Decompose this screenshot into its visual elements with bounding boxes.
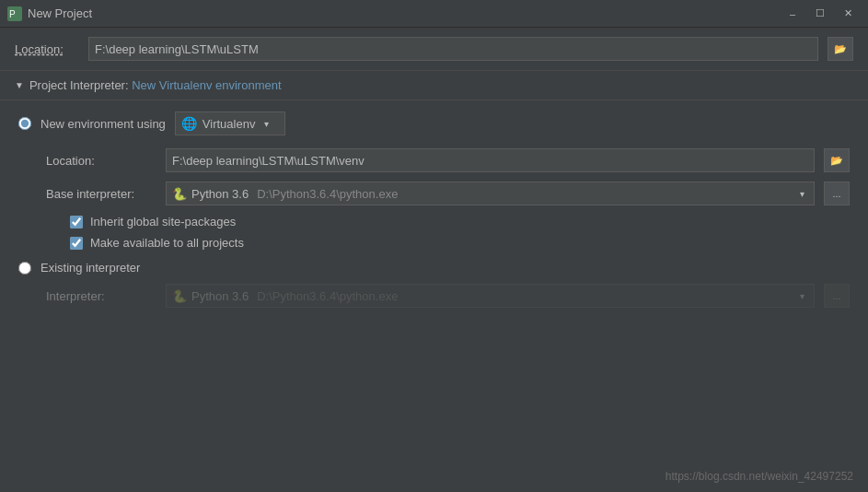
new-env-label: New environment using <box>41 117 166 131</box>
dropdown-arrow: ▾ <box>264 119 269 129</box>
interpreter-python-icon: 🐍 <box>172 289 187 303</box>
section-header[interactable]: ▼ Project Interpreter: New Virtualenv en… <box>0 71 868 100</box>
inherit-packages-checkbox[interactable] <box>70 216 83 228</box>
env-location-label: Location: <box>46 154 156 168</box>
location-row: Location: 📂 <box>0 28 868 71</box>
footer: https://blog.csdn.net/weixin_42497252 <box>665 470 853 483</box>
existing-env-row: Existing interpreter <box>18 261 850 275</box>
section-arrow: ▼ <box>15 80 24 90</box>
interpreter-arrow: ▾ <box>795 289 808 302</box>
env-location-input[interactable] <box>166 148 815 172</box>
new-env-row: New environment using 🌐 Virtualenv ▾ <box>18 111 850 135</box>
section-title: Project Interpreter: New Virtualenv envi… <box>29 78 282 92</box>
new-env-radio[interactable] <box>18 117 31 130</box>
app-icon: P <box>7 6 22 21</box>
make-available-label: Make available to all projects <box>90 236 244 250</box>
env-location-row: Location: 📂 <box>18 148 850 172</box>
base-interpreter-browse-button[interactable]: ... <box>824 182 850 205</box>
location-input[interactable] <box>88 37 818 61</box>
maximize-button[interactable]: ☐ <box>807 5 833 23</box>
location-browse-button[interactable]: 📂 <box>827 37 853 61</box>
folder-icon: 📂 <box>834 43 847 55</box>
base-interpreter-label: Base interpreter: <box>46 187 156 201</box>
close-button[interactable]: ✕ <box>835 5 861 23</box>
make-available-row: Make available to all projects <box>18 236 850 250</box>
virtualenv-dropdown[interactable]: 🌐 Virtualenv ▾ <box>175 111 285 135</box>
content-area: New environment using 🌐 Virtualenv ▾ Loc… <box>0 100 868 328</box>
ellipsis-icon: ... <box>832 188 840 199</box>
titlebar: P New Project – ☐ ✕ <box>0 0 868 28</box>
interpreter-select[interactable]: 🐍 Python 3.6 D:\Python3.6.4\python.exe ▾ <box>166 284 815 308</box>
virtualenv-dropdown-text: Virtualenv <box>203 117 256 131</box>
footer-text: https://blog.csdn.net/weixin_42497252 <box>665 470 853 483</box>
inherit-packages-label: Inherit global site-packages <box>90 215 236 228</box>
existing-env-radio[interactable] <box>18 262 31 275</box>
interpreter-label: Interpreter: <box>46 289 156 303</box>
folder-icon-2: 📂 <box>830 155 843 167</box>
dialog: Location: 📂 ▼ Project Interpreter: New V… <box>0 28 868 328</box>
make-available-checkbox[interactable] <box>70 237 83 250</box>
interpreter-row: Interpreter: 🐍 Python 3.6 D:\Python3.6.4… <box>18 284 850 308</box>
inherit-packages-row: Inherit global site-packages <box>18 215 850 228</box>
base-interpreter-row: Base interpreter: 🐍 Python 3.6 D:\Python… <box>18 182 850 205</box>
base-interpreter-select[interactable]: 🐍 Python 3.6 D:\Python3.6.4\python.exe ▾ <box>166 182 815 205</box>
python-icon: 🐍 <box>172 187 187 201</box>
interpreter-ellipsis-icon: ... <box>832 290 840 301</box>
interpreter-browse-button[interactable]: ... <box>824 284 850 308</box>
window-title: New Project <box>28 6 780 20</box>
window-controls: – ☐ ✕ <box>780 5 861 23</box>
env-location-browse-button[interactable]: 📂 <box>824 148 850 172</box>
svg-text:P: P <box>9 9 16 19</box>
base-interpreter-value: 🐍 Python 3.6 D:\Python3.6.4\python.exe <box>172 187 795 201</box>
virtualenv-icon: 🌐 <box>181 116 197 131</box>
minimize-button[interactable]: – <box>780 5 805 23</box>
interpreter-value: 🐍 Python 3.6 D:\Python3.6.4\python.exe <box>172 289 795 303</box>
location-label: Location: <box>15 42 79 56</box>
base-interpreter-arrow: ▾ <box>795 187 808 200</box>
existing-env-label: Existing interpreter <box>41 261 140 275</box>
